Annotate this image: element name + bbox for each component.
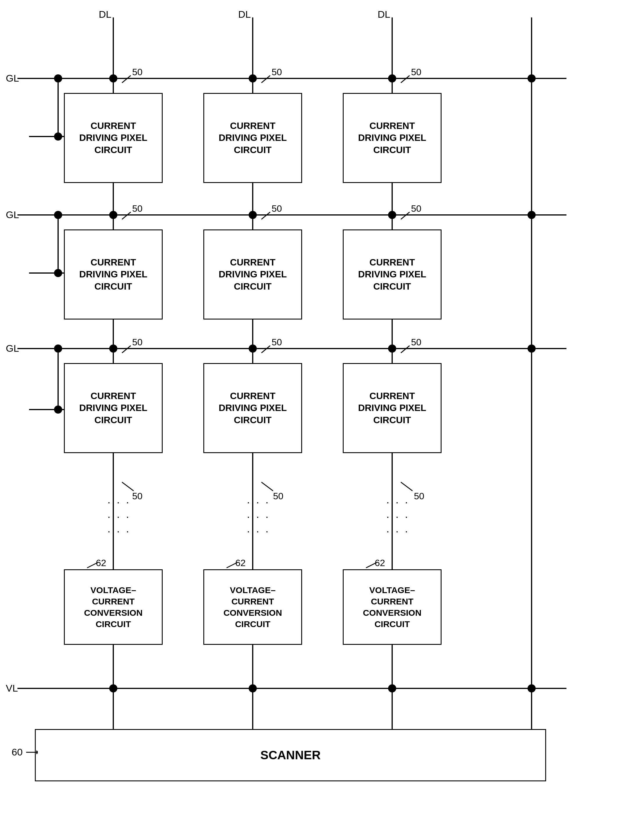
- dl-label-3: DL: [378, 9, 390, 20]
- svg-line-25: [401, 346, 409, 353]
- svg-point-52: [249, 74, 257, 82]
- svg-point-81: [54, 74, 62, 82]
- svg-point-67: [528, 684, 535, 692]
- svg-point-82: [54, 211, 62, 219]
- pixel-circuit-r1c1: CURRENTDRIVING PIXELCIRCUIT: [64, 93, 163, 183]
- svg-line-13: [401, 76, 409, 83]
- diagram: DL DL DL 50 50 50 50 50 50 50 50 50 50 5…: [0, 0, 635, 840]
- svg-line-19: [401, 212, 409, 219]
- svg-line-24: [261, 346, 270, 353]
- ellipsis-c2b: . . .: [247, 508, 270, 521]
- svg-point-65: [249, 684, 257, 692]
- svg-point-70: [528, 344, 535, 353]
- vc-circuit-c3: VOLTAGE–CURRENTCONVERSIONCIRCUIT: [343, 569, 442, 645]
- ellipsis-c1c: . . .: [107, 523, 131, 535]
- svg-line-17: [122, 212, 131, 219]
- vl-label: VL: [6, 682, 18, 694]
- svg-point-69: [528, 211, 535, 219]
- pixel-circuit-r2c1: CURRENTDRIVING PIXELCIRCUIT: [64, 229, 163, 319]
- gl-label-2: GL: [6, 209, 19, 221]
- svg-line-31: [401, 482, 412, 491]
- num50-r1c1-top: 50: [132, 67, 143, 77]
- num62-c3: 62: [375, 558, 385, 568]
- gl-label-1: GL: [6, 73, 19, 84]
- svg-point-53: [388, 74, 396, 82]
- pixel-circuit-r3c3: CURRENTDRIVING PIXELCIRCUIT: [343, 363, 442, 453]
- svg-marker-85: [36, 750, 38, 754]
- svg-line-29: [122, 482, 134, 491]
- ellipsis-c3b: . . .: [386, 508, 409, 521]
- ellipsis-c3c: . . .: [386, 523, 409, 535]
- svg-line-18: [261, 212, 270, 219]
- num50-bot-c2: 50: [273, 491, 284, 502]
- num50-bot-c1: 50: [132, 491, 143, 502]
- ellipsis-c1b: . . .: [107, 508, 131, 521]
- pixel-circuit-r2c2: CURRENTDRIVING PIXELCIRCUIT: [203, 229, 302, 319]
- num62-c2: 62: [235, 558, 246, 568]
- svg-point-83: [54, 344, 62, 353]
- ellipsis-c2c: . . .: [247, 523, 270, 535]
- svg-point-54: [109, 211, 117, 219]
- pixel-circuit-r1c3: CURRENTDRIVING PIXELCIRCUIT: [343, 93, 442, 183]
- ellipsis-c2: . . .: [247, 494, 270, 506]
- svg-line-23: [122, 346, 131, 353]
- vc-circuit-c2: VOLTAGE–CURRENTCONVERSIONCIRCUIT: [203, 569, 302, 645]
- svg-line-11: [122, 76, 131, 83]
- pixel-circuit-r1c2: CURRENTDRIVING PIXELCIRCUIT: [203, 93, 302, 183]
- num50-bot-c3: 50: [414, 491, 424, 502]
- num50-r1c2-top: 50: [272, 67, 282, 77]
- svg-point-58: [249, 344, 257, 353]
- num50-r3c1-top: 50: [132, 337, 143, 348]
- dl-label-1: DL: [99, 9, 111, 20]
- svg-point-51: [109, 74, 117, 82]
- pixel-circuit-r3c2: CURRENTDRIVING PIXELCIRCUIT: [203, 363, 302, 453]
- gl-label-3: GL: [6, 343, 19, 354]
- scanner-box: SCANNER: [35, 729, 546, 781]
- svg-line-12: [261, 76, 270, 83]
- num50-r1c3-top: 50: [411, 67, 422, 77]
- arrow-60: [17, 747, 38, 758]
- dl-label-2: DL: [238, 9, 251, 20]
- svg-point-56: [388, 211, 396, 219]
- svg-point-64: [109, 684, 117, 692]
- pixel-circuit-r2c3: CURRENTDRIVING PIXELCIRCUIT: [343, 229, 442, 319]
- svg-point-59: [388, 344, 396, 353]
- ellipsis-c1: . . .: [107, 494, 131, 506]
- svg-point-68: [528, 74, 535, 82]
- vc-circuit-c1: VOLTAGE–CURRENTCONVERSIONCIRCUIT: [64, 569, 163, 645]
- svg-point-55: [249, 211, 257, 219]
- num62-c1: 62: [96, 558, 106, 568]
- num50-r3c2-top: 50: [272, 337, 282, 348]
- svg-point-57: [109, 344, 117, 353]
- ellipsis-c3: . . .: [386, 494, 409, 506]
- svg-point-66: [388, 684, 396, 692]
- num50-r2c2-top: 50: [272, 203, 282, 214]
- num50-r2c3-top: 50: [411, 203, 422, 214]
- svg-line-30: [261, 482, 273, 491]
- pixel-circuit-r3c1: CURRENTDRIVING PIXELCIRCUIT: [64, 363, 163, 453]
- num50-r3c3-top: 50: [411, 337, 422, 348]
- num50-r2c1-top: 50: [132, 203, 143, 214]
